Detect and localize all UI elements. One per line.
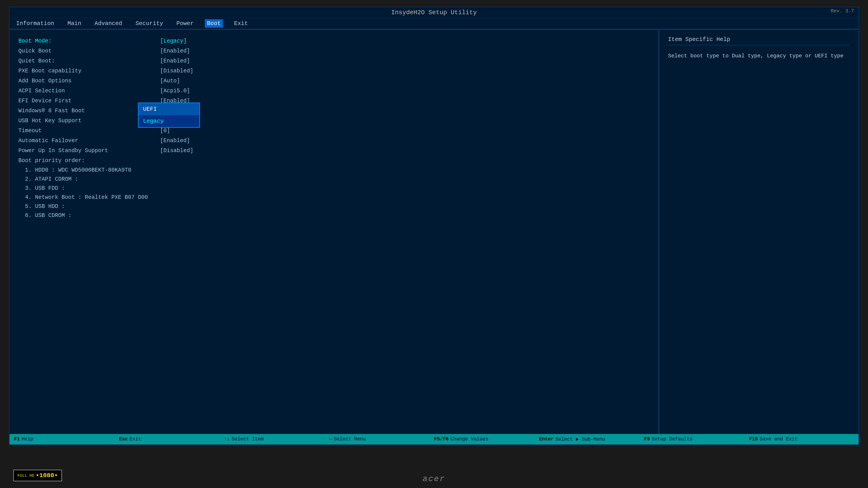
setting-value-5: [Acpi5.0] xyxy=(160,88,190,94)
status-desc-5: Select ▶ Sub-Menu xyxy=(555,436,605,442)
setting-row-8[interactable]: USB Hot Key Support[Disabled] xyxy=(19,116,650,126)
status-desc-4: Change Values xyxy=(451,436,489,442)
setting-label-6: EFI Device First xyxy=(19,98,156,104)
status-item-0: F1Help xyxy=(14,436,119,442)
menu-item-main[interactable]: Main xyxy=(65,19,84,28)
setting-label-5: ACPI Selection xyxy=(19,88,156,94)
boot-item-5: 6. USB CDROM : xyxy=(19,211,650,220)
boot-item-3: 4. Network Boot : Realtek PXE B07 D00 xyxy=(19,193,650,202)
help-title: Item Specific Help xyxy=(668,36,849,45)
boot-item-1: 2. ATAPI CDROM : xyxy=(19,175,650,184)
setting-value-0: [Legacy] xyxy=(160,38,187,44)
setting-label-7: Windows® 8 Fast Boot xyxy=(19,108,156,114)
rev-indicator: Rev. 3.7 xyxy=(831,8,854,14)
status-item-7: F10Save and Exit xyxy=(749,436,854,442)
setting-value-10: [Enabled] xyxy=(160,138,190,144)
setting-row-1[interactable]: Quick Boot[Enabled] xyxy=(19,46,650,56)
status-desc-1: Exit xyxy=(129,436,141,442)
setting-row-3[interactable]: PXE Boot capability[Disabled] xyxy=(19,66,650,76)
setting-row-6[interactable]: EFI Device First[Enabled] xyxy=(19,96,650,106)
menu-item-boot[interactable]: Boot xyxy=(205,19,223,28)
menu-item-security[interactable]: Security xyxy=(133,19,165,28)
status-item-3: ↔Select Menu xyxy=(329,436,434,442)
help-text: Select boot type to Dual type, Legacy ty… xyxy=(668,52,849,60)
status-item-4: F5/F6Change Values xyxy=(434,436,539,442)
setting-value-3: [Disabled] xyxy=(160,68,193,74)
status-item-5: EnterSelect ▶ Sub-Menu xyxy=(539,436,644,442)
status-desc-2: Select Item xyxy=(231,436,264,442)
setting-row-2[interactable]: Quiet Boot:[Enabled] xyxy=(19,56,650,66)
boot-priority-header: Boot priority order: xyxy=(19,156,650,165)
monitor-area: InsydeH2O Setup Utility Rev. 3.7 Informa… xyxy=(0,0,868,488)
setting-value-9: [0] xyxy=(160,127,170,134)
setting-row-5[interactable]: ACPI Selection[Acpi5.0] xyxy=(19,86,650,96)
boot-item-0: 1. HDD0 : WDC WD5000BEKT-80KA9T0 xyxy=(19,165,650,175)
setting-value-4: [Auto] xyxy=(160,78,180,84)
left-panel: Boot Mode:[Legacy]Quick Boot[Enabled]Qui… xyxy=(9,29,659,438)
setting-label-9: Timeout xyxy=(19,127,156,134)
dropdown-popup[interactable]: UEFI Legacy xyxy=(138,102,200,128)
status-key-0: F1 xyxy=(14,436,20,442)
menu-item-exit[interactable]: Exit xyxy=(232,19,250,28)
status-bar: F1HelpEscExit↑↓Select Item↔Select MenuF5… xyxy=(9,434,859,445)
status-key-2: ↑↓ xyxy=(224,436,230,442)
status-key-1: Esc xyxy=(119,436,128,442)
menu-item-power[interactable]: Power xyxy=(174,19,196,28)
dropdown-option-uefi[interactable]: UEFI xyxy=(138,103,199,115)
status-key-7: F10 xyxy=(749,436,758,442)
status-key-5: Enter xyxy=(539,436,554,442)
bios-title: InsydeH2O Setup Utility xyxy=(391,9,477,16)
acer-logo: acer xyxy=(423,475,445,484)
setting-row-10[interactable]: Automatic Failover[Enabled] xyxy=(19,136,650,146)
setting-label-0: Boot Mode: xyxy=(19,38,156,44)
setting-row-11[interactable]: Power Up In Standby Support[Disabled] xyxy=(19,146,650,156)
setting-row-4[interactable]: Add Boot Options[Auto] xyxy=(19,76,650,86)
status-key-6: F9 xyxy=(644,436,650,442)
setting-row-7[interactable]: Windows® 8 Fast Boot[Disabled] xyxy=(19,106,650,116)
full-hd-label: FULL HD xyxy=(18,474,34,478)
bios-screen: InsydeH2O Setup Utility Rev. 3.7 Informa… xyxy=(9,7,859,445)
setting-value-1: [Enabled] xyxy=(160,48,190,54)
status-desc-0: Help xyxy=(22,436,33,442)
settings-list: Boot Mode:[Legacy]Quick Boot[Enabled]Qui… xyxy=(19,36,650,156)
status-item-6: F9Setup Defaults xyxy=(644,436,749,442)
setting-label-11: Power Up In Standby Support xyxy=(19,148,156,154)
right-panel: Item Specific Help Select boot type to D… xyxy=(659,29,859,438)
boot-item-2: 3. USB FDD : xyxy=(19,184,650,193)
setting-value-2: [Enabled] xyxy=(160,58,190,64)
boot-item-4: 5. USB HDD : xyxy=(19,202,650,211)
status-desc-6: Setup Defaults xyxy=(652,436,693,442)
status-desc-3: Select Menu xyxy=(334,436,366,442)
setting-row-9[interactable]: Timeout[0] xyxy=(19,126,650,136)
status-key-4: F5/F6 xyxy=(434,436,448,442)
menu-item-advanced[interactable]: Advanced xyxy=(92,19,124,28)
boot-items-list: 1. HDD0 : WDC WD5000BEKT-80KA9T02. ATAPI… xyxy=(19,165,650,220)
title-bar: InsydeH2O Setup Utility Rev. 3.7 xyxy=(9,7,859,18)
status-key-3: ↔ xyxy=(329,436,332,442)
setting-value-11: [Disabled] xyxy=(160,148,193,154)
status-item-2: ↑↓Select Item xyxy=(224,436,329,442)
setting-row-0[interactable]: Boot Mode:[Legacy] xyxy=(19,36,650,46)
main-content: Boot Mode:[Legacy]Quick Boot[Enabled]Qui… xyxy=(9,29,859,438)
setting-label-10: Automatic Failover xyxy=(19,138,156,144)
resolution-label: •1080• xyxy=(36,472,58,479)
status-item-1: EscExit xyxy=(119,436,224,442)
menu-bar: InformationMainAdvancedSecurityPowerBoot… xyxy=(9,18,859,29)
setting-label-8: USB Hot Key Support xyxy=(19,118,156,124)
menu-item-information[interactable]: Information xyxy=(14,19,57,28)
setting-label-4: Add Boot Options xyxy=(19,78,156,84)
hd-badge: FULL HD •1080• xyxy=(13,469,62,481)
setting-label-2: Quiet Boot: xyxy=(19,58,156,64)
status-desc-7: Save and Exit xyxy=(760,436,798,442)
setting-label-1: Quick Boot xyxy=(19,48,156,54)
dropdown-option-legacy[interactable]: Legacy xyxy=(138,115,199,127)
setting-label-3: PXE Boot capability xyxy=(19,68,156,74)
